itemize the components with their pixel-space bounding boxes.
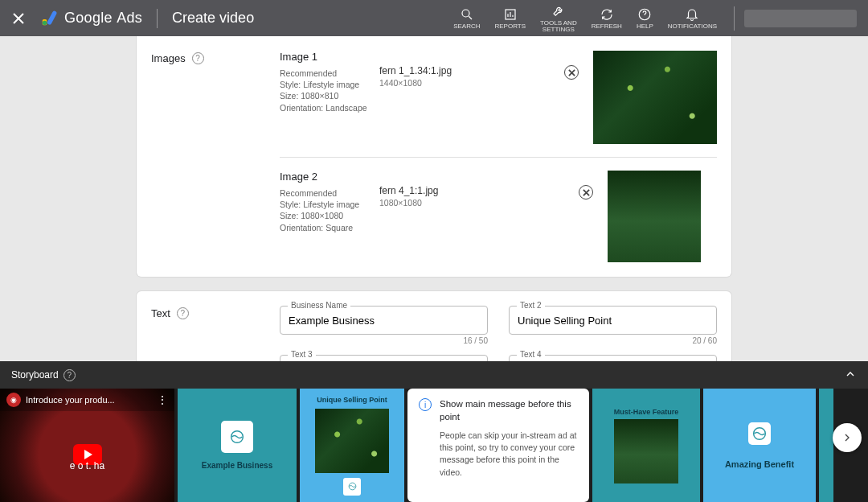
chevron-right-icon [841,431,854,444]
char-counter: 20 / 60 [509,336,717,345]
page-title: Create video [172,10,254,27]
notifications-button[interactable]: NOTIFICATIONS [668,7,717,30]
text2-input[interactable] [509,306,717,335]
more-icon[interactable]: ⋮ [157,393,168,406]
divider [157,9,158,28]
video-title: Introduce your produ... [26,395,157,405]
image-title: Image 2 [280,171,376,183]
svg-rect-1 [47,10,57,25]
collapse-button[interactable] [844,368,857,383]
reports-icon [503,7,518,22]
tools-settings-button[interactable]: TOOLS AND SETTINGS [540,4,577,33]
help-icon [637,7,652,22]
file-dimensions: 1440×1080 [379,78,564,88]
reports-button[interactable]: REPORTS [494,7,526,30]
storyboard-next-button[interactable] [833,423,862,452]
storyboard-slide[interactable] [819,389,833,502]
account-selector[interactable] [744,10,857,27]
info-title: Show main message before this point [440,398,578,423]
business-name-field: Business Name 16 / 50 [280,306,488,345]
file-name: fern 1_1.34:1.jpg [379,65,564,76]
divider [734,6,735,31]
text4-field: Text 4 15 / 90 [509,355,717,361]
storyboard-panel: Storyboard ? ◉ Introduce your produ... ⋮… [0,361,868,502]
file-dimensions: 1080×1080 [379,198,579,208]
text2-field: Text 2 20 / 60 [509,306,717,345]
brand-text: Google Ads [64,10,142,27]
storyboard-slide[interactable]: Must-Have Feature [592,389,700,502]
remove-image-button[interactable] [579,185,593,200]
section-label-text: Text ? [151,306,280,361]
slide-image [315,409,389,473]
svg-point-3 [462,10,469,17]
chevron-up-icon [844,368,857,381]
close-icon [568,69,575,76]
storyboard-video-preview[interactable]: ◉ Introduce your produ... ⋮ e o t. ha [0,389,174,502]
text-card: Text ? Business Name 16 / 50 Text 2 [137,291,731,361]
remove-image-button[interactable] [564,65,579,80]
storyboard-track[interactable]: ◉ Introduce your produ... ⋮ e o t. ha Ex… [0,389,868,502]
slide-image [614,419,678,483]
info-icon: i [419,398,432,411]
slide-header: Must-Have Feature [614,408,679,416]
image-thumbnail[interactable] [608,171,701,262]
help-icon[interactable]: ? [177,307,189,319]
help-button[interactable]: HELP [637,7,653,30]
slide-caption: Example Business [202,461,272,470]
svg-point-2 [43,20,47,25]
brand-logo-icon [748,422,771,445]
close-icon[interactable] [11,11,26,26]
brand-logo-icon [343,478,361,496]
image-row: Image 2 Recommended Style: Lifestyle ima… [280,171,717,262]
storyboard-title: Storyboard [11,369,59,381]
search-icon [460,7,474,22]
refresh-button[interactable]: REFRESH [592,7,622,30]
wrench-icon [551,4,566,19]
image-title: Image 1 [280,51,376,63]
text3-field: Text 3 17 / 60 [280,355,488,361]
file-name: fern 4_1:1.jpg [379,185,579,196]
avatar-icon: ◉ [6,393,21,407]
close-icon [583,189,590,196]
video-caption: e o t. ha [0,460,174,471]
image-thumbnail[interactable] [593,51,717,144]
info-body: People can skip your in-stream ad at thi… [440,430,578,479]
header-toolbar: SEARCH REPORTS TOOLS AND SETTINGS REFRES… [446,4,724,33]
slide-caption: Amazing Benefit [725,459,794,469]
help-icon[interactable]: ? [63,369,76,381]
refresh-icon [600,7,614,22]
help-icon[interactable]: ? [192,52,204,64]
brand-logo: Google Ads [40,10,142,27]
section-label-images: Images ? [151,51,280,262]
storyboard-slide[interactable]: Example Business [178,389,297,502]
slide-header: Unique Selling Point [317,396,387,404]
main-content: Images ? Image 1 Recommended Style: Life… [0,36,868,361]
char-counter: 16 / 50 [280,336,488,345]
storyboard-info-card: i Show main message before this point Pe… [407,389,589,502]
image-row: Image 1 Recommended Style: Lifestyle ima… [280,51,717,144]
search-button[interactable]: SEARCH [453,7,480,30]
storyboard-slide[interactable]: Amazing Benefit [703,389,816,502]
storyboard-slide[interactable]: Unique Selling Point [300,389,404,502]
google-ads-logo-icon [40,10,58,27]
brand-logo-icon [221,421,253,453]
business-name-input[interactable] [280,306,488,335]
images-card: Images ? Image 1 Recommended Style: Life… [137,36,731,277]
app-header: Google Ads Create video SEARCH REPORTS T… [0,0,868,36]
storyboard-header: Storyboard ? [0,361,868,389]
bell-icon [685,7,699,22]
